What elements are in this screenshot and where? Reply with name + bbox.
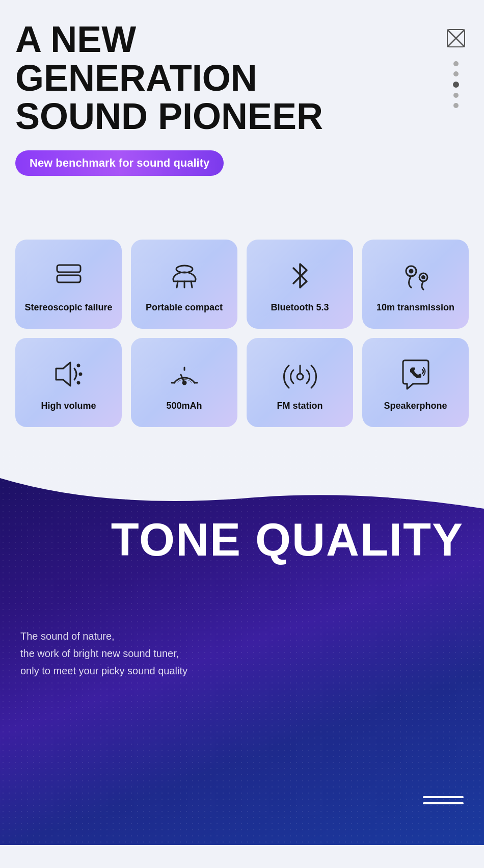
tone-quality-title: TONE QUALITY <box>20 514 464 566</box>
svg-line-6 <box>177 281 178 287</box>
svg-point-10 <box>410 270 413 273</box>
features-section: Stereoscopic failure Portable compact <box>0 229 484 448</box>
bottom-section: TONE QUALITY The sound of nature, the wo… <box>0 448 484 845</box>
location-icon <box>398 258 434 294</box>
features-grid: Stereoscopic failure Portable compact <box>15 240 469 427</box>
feature-card-transmission: 10m transmission <box>362 240 469 329</box>
feature-label-transmission: 10m transmission <box>377 302 454 313</box>
bottom-content: TONE QUALITY The sound of nature, the wo… <box>0 448 484 710</box>
svg-point-12 <box>422 276 424 278</box>
svg-rect-4 <box>57 275 80 282</box>
svg-point-15 <box>77 364 79 366</box>
feature-card-fm: FM station <box>247 338 353 427</box>
side-navigation <box>443 25 469 108</box>
nav-dot-5[interactable] <box>453 103 459 108</box>
bluetooth-icon <box>282 258 318 294</box>
feature-card-bluetooth: Bluetooth 5.3 <box>247 240 353 329</box>
svg-point-17 <box>77 382 79 384</box>
feature-label-speakerphone: Speakerphone <box>384 400 447 412</box>
top-section: A NEW GENERATION SOUND PIONEER New bench… <box>0 0 484 229</box>
diagonal-icon <box>443 25 469 51</box>
feature-label-fm: FM station <box>277 400 323 412</box>
svg-point-16 <box>79 373 82 375</box>
feature-label-portable: Portable compact <box>146 302 223 313</box>
nav-dot-2[interactable] <box>453 71 459 76</box>
svg-point-23 <box>297 374 303 380</box>
feature-card-portable: Portable compact <box>131 240 237 329</box>
feature-card-stereoscopic: Stereoscopic failure <box>15 240 122 329</box>
title-line2: SOUND PIONEER <box>15 96 323 137</box>
svg-marker-13 <box>56 362 70 386</box>
feature-label-battery: 500mAh <box>166 400 202 412</box>
nav-dot-4[interactable] <box>453 93 459 98</box>
feature-card-battery: 500mAh <box>131 338 237 427</box>
signal-icon <box>282 356 318 392</box>
title-line1: A NEW GENERATION <box>15 19 257 98</box>
feature-card-speakerphone: Speakerphone <box>362 338 469 427</box>
svg-line-8 <box>191 281 192 287</box>
feature-card-highvolume: High volume <box>15 338 122 427</box>
svg-point-19 <box>183 381 186 384</box>
svg-rect-3 <box>57 265 80 272</box>
main-title: A NEW GENERATION SOUND PIONEER <box>15 20 372 136</box>
nav-dot-3-active[interactable] <box>453 82 459 88</box>
hand-icon <box>167 258 202 294</box>
volume-icon <box>51 356 87 392</box>
layers-icon <box>51 258 87 294</box>
bottom-description: The sound of nature, the work of bright … <box>20 627 214 679</box>
feature-label-stereoscopic: Stereoscopic failure <box>24 302 112 313</box>
feature-label-highvolume: High volume <box>41 400 96 412</box>
phone-icon <box>398 356 434 392</box>
gauge-icon <box>167 356 202 392</box>
nav-dot-1[interactable] <box>453 61 459 66</box>
quality-badge: New benchmark for sound quality <box>15 150 224 176</box>
feature-label-bluetooth: Bluetooth 5.3 <box>271 302 329 313</box>
